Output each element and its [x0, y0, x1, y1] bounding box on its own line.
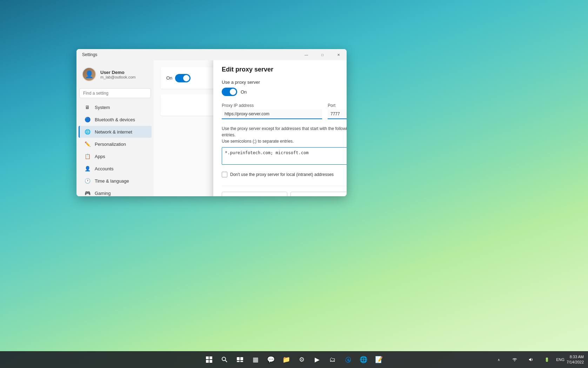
bluetooth-icon: 🔵	[84, 116, 91, 123]
edit-proxy-dialog: Edit proxy server Use a proxy server On …	[213, 60, 347, 196]
titlebar-controls: — □ ✕	[298, 49, 347, 60]
cancel-button[interactable]: Cancel	[290, 192, 347, 196]
notepad-button[interactable]: 📝	[372, 353, 386, 367]
settings-sidebar: 👤 User Demo m_lab@outlook.com 🖥 System 🔵…	[76, 60, 154, 196]
proxy-ip-group: Proxy IP address	[222, 103, 322, 119]
apps-icon: 📋	[84, 153, 91, 159]
time-display: 8:33 AM	[567, 354, 584, 360]
gaming-icon: 🎮	[84, 190, 91, 196]
volume-icon[interactable]	[524, 353, 538, 367]
user-info: User Demo m_lab@outlook.com	[100, 70, 148, 79]
sidebar-item-gaming[interactable]: 🎮 Gaming	[79, 187, 152, 196]
proxy-ip-label: Proxy IP address	[222, 103, 322, 108]
user-name: User Demo	[100, 70, 148, 75]
exceptions-input[interactable]: *.pureinfotech.com; microsoft.com	[222, 147, 347, 165]
personalization-icon: ✏️	[84, 141, 91, 147]
svg-rect-8	[237, 361, 240, 362]
proxy-port-input[interactable]	[328, 109, 347, 119]
sidebar-item-time[interactable]: 🕐 Time & language	[79, 175, 152, 187]
svg-rect-7	[240, 357, 243, 360]
start-button[interactable]	[202, 353, 216, 367]
settings-content: 👤 User Demo m_lab@outlook.com 🖥 System 🔵…	[76, 60, 347, 196]
dialog-proxy-toggle[interactable]	[222, 88, 237, 96]
taskview-button[interactable]	[233, 353, 247, 367]
battery-icon[interactable]: 🔋	[540, 353, 554, 367]
svg-rect-1	[209, 356, 212, 359]
sidebar-user[interactable]: 👤 User Demo m_lab@outlook.com	[76, 63, 154, 86]
date-display: 7/14/2022	[567, 360, 584, 365]
sidebar-item-accounts[interactable]: 👤 Accounts	[79, 163, 152, 175]
system-icon: 🖥	[84, 104, 91, 110]
terminal-button[interactable]: ▶	[310, 353, 324, 367]
accounts-icon: 👤	[84, 165, 91, 172]
network-icon: 🌐	[84, 129, 91, 135]
sidebar-item-apps[interactable]: 📋 Apps	[79, 150, 152, 162]
sidebar-item-label: Bluetooth & devices	[95, 117, 135, 122]
sidebar-item-label: Time & language	[95, 178, 129, 184]
chevron-icon[interactable]: ∧	[492, 353, 506, 367]
proxy-port-group: Port	[328, 103, 347, 119]
sidebar-item-label: System	[95, 105, 110, 110]
dialog-footer: Save Cancel	[222, 186, 347, 196]
exceptions-description: Use the proxy server except for addresse…	[222, 125, 347, 144]
taskbar-right: ∧ 🔋 ENG 8:33 AM 7/14/2022	[492, 353, 588, 367]
settings-title: Settings	[82, 52, 97, 57]
proxy-toggle-switch[interactable]	[175, 74, 191, 82]
svg-rect-3	[209, 360, 212, 363]
widgets-button[interactable]: ▦	[248, 353, 262, 367]
svg-point-4	[222, 357, 226, 361]
explorer-button[interactable]: 📁	[279, 353, 293, 367]
svg-line-5	[225, 360, 227, 362]
local-checkbox-row: Don't use the proxy server for local (in…	[222, 172, 347, 177]
dialog-toggle-label: On	[241, 89, 247, 95]
toggle-on-label: On	[166, 75, 172, 81]
sidebar-item-label: Accounts	[95, 166, 113, 171]
network-icon[interactable]	[508, 353, 522, 367]
proxy-fields-row: Proxy IP address Port	[222, 103, 347, 119]
avatar: 👤	[82, 67, 96, 81]
use-proxy-label: Use a proxy server	[222, 80, 347, 85]
dialog-title: Edit proxy server	[222, 66, 347, 73]
browser-button[interactable]: 🌐	[356, 353, 370, 367]
minimize-button[interactable]: —	[298, 49, 314, 60]
sidebar-item-personalization[interactable]: ✏️ Personalization	[79, 138, 152, 150]
sidebar-item-system[interactable]: 🖥 System	[79, 101, 152, 113]
proxy-port-label: Port	[328, 103, 347, 108]
desktop: Settings — □ ✕ 👤 User Demo m_lab@outlook…	[0, 0, 588, 368]
sidebar-item-label: Apps	[95, 154, 105, 159]
proxy-ip-input[interactable]	[222, 109, 322, 119]
taskbar: ▦ 💬 📁 ⚙ ▶ 🗂 🌐 📝 ∧	[0, 351, 588, 368]
local-checkbox[interactable]	[222, 172, 227, 177]
svg-rect-9	[240, 361, 243, 362]
sidebar-item-label: Gaming	[95, 191, 111, 196]
settings-window: Settings — □ ✕ 👤 User Demo m_lab@outlook…	[76, 49, 347, 196]
search-input[interactable]	[79, 88, 151, 98]
close-button[interactable]: ✕	[330, 49, 347, 60]
svg-rect-2	[206, 360, 209, 363]
svg-rect-0	[206, 356, 209, 359]
settings-main: On Edit Edit Edit proxy server Use a pro…	[154, 60, 347, 196]
language-indicator[interactable]: ENG	[556, 357, 564, 362]
sidebar-item-label: Network & internet	[95, 129, 132, 135]
user-email: m_lab@outlook.com	[100, 75, 148, 79]
sidebar-item-bluetooth[interactable]: 🔵 Bluetooth & devices	[79, 114, 152, 125]
search-button[interactable]	[218, 353, 232, 367]
clock[interactable]: 8:33 AM 7/14/2022	[567, 354, 584, 365]
settings-taskbar-button[interactable]: ⚙	[295, 353, 309, 367]
maximize-button[interactable]: □	[314, 49, 330, 60]
language-label: ENG	[556, 357, 564, 362]
svg-marker-10	[529, 358, 531, 361]
time-icon: 🕐	[84, 178, 91, 184]
svg-rect-6	[237, 357, 240, 360]
save-button[interactable]: Save	[222, 192, 287, 196]
sidebar-item-network[interactable]: 🌐 Network & internet	[79, 126, 152, 138]
edge-button[interactable]	[341, 353, 355, 367]
chat-button[interactable]: 💬	[264, 353, 278, 367]
taskbar-center: ▦ 💬 📁 ⚙ ▶ 🗂 🌐 📝	[202, 353, 386, 367]
dialog-proxy-toggle-row: On	[222, 88, 347, 96]
proxy-toggle-row: On	[166, 74, 191, 82]
filemanager-button[interactable]: 🗂	[326, 353, 340, 367]
local-checkbox-label: Don't use the proxy server for local (in…	[230, 172, 334, 177]
sidebar-item-label: Personalization	[95, 142, 126, 147]
settings-titlebar: Settings — □ ✕	[76, 49, 347, 60]
